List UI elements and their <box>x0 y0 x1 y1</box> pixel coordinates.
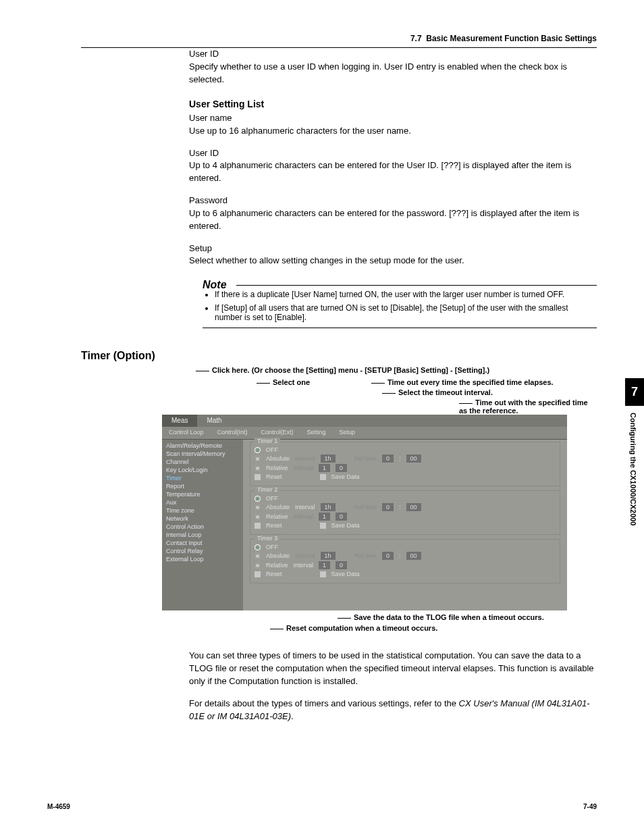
userid-text: Specify whether to use a user ID when lo… <box>189 61 597 86</box>
footer-left: M-4659 <box>47 803 70 810</box>
sb-timer[interactable]: Timer <box>162 474 243 482</box>
setup-text: Select whether to allow setting changes … <box>189 255 597 267</box>
rel-h-1[interactable]: 1 <box>319 464 330 472</box>
subtab-setting[interactable]: Setting <box>300 427 333 439</box>
timer-explain-2: For details about the types of timers an… <box>189 698 597 723</box>
chapter-title-vertical: Configuring the CX1000/CX2000 <box>625 406 641 533</box>
note-item-1: If there is a duplicate [User Name] turn… <box>215 290 597 299</box>
password-text: Up to 6 alphanumeric characters can be e… <box>189 207 597 233</box>
chk-save-2[interactable] <box>320 523 326 529</box>
radio-off-2[interactable] <box>254 496 261 502</box>
rel-m-2[interactable]: 0 <box>336 513 347 521</box>
sb-control-action[interactable]: Control Action <box>162 523 243 531</box>
username-label: User name <box>189 112 597 125</box>
sb-temperature[interactable]: Temperature <box>162 490 243 498</box>
sb-contact-input[interactable]: Contact Input <box>162 539 243 547</box>
username-text: Use up to 16 alphanumeric characters for… <box>189 125 597 138</box>
timer-group-1: Timer 1 OFF Absolute Interval1h Ref.time… <box>250 442 560 486</box>
chk-save-3[interactable] <box>320 571 326 577</box>
tab-meas[interactable]: Meas <box>162 415 197 427</box>
sb-channel[interactable]: Channel <box>162 458 243 466</box>
radio-off-1[interactable] <box>254 447 261 453</box>
ref-m-1[interactable]: 00 <box>406 454 421 463</box>
top-callouts: Click here. (Or choose the [Setting] men… <box>189 366 597 415</box>
radio-rel-2[interactable] <box>254 514 261 520</box>
userid2-text: Up to 4 alphanumeric characters can be e… <box>189 159 597 185</box>
ref-m-2[interactable]: 00 <box>406 503 421 511</box>
rel-h-2[interactable]: 1 <box>319 513 330 521</box>
sb-control-relay[interactable]: Control Relay <box>162 547 243 555</box>
footer-right: 7-49 <box>583 803 597 810</box>
app-screenshot: Meas Math Control Loop Control(Int) Cont… <box>162 415 567 610</box>
abs-interval-3[interactable]: 1h <box>321 552 336 560</box>
chk-reset-3[interactable] <box>254 571 261 577</box>
ref-h-1[interactable]: 0 <box>382 454 394 463</box>
ref-m-3[interactable]: 00 <box>406 552 421 560</box>
subtab-control-loop[interactable]: Control Loop <box>162 427 211 439</box>
setup-label: Setup <box>189 242 597 255</box>
rel-h-3[interactable]: 1 <box>319 561 330 569</box>
radio-rel-3[interactable] <box>254 563 261 569</box>
sb-aux[interactable]: Aux <box>162 498 243 506</box>
main-panel: Timer 1 OFF Absolute Interval1h Ref.time… <box>243 439 567 610</box>
radio-abs-3[interactable] <box>254 553 261 559</box>
bottom-callouts: Save the data to the TLOG file when a ti… <box>189 613 597 640</box>
sb-keylock[interactable]: Key Lock/Login <box>162 466 243 474</box>
subtab-control-int[interactable]: Control(Int) <box>211 427 254 439</box>
running-header: 7.7 Basic Measurement Function Basic Set… <box>81 34 597 48</box>
timer-section-heading: Timer (Option) <box>81 350 597 362</box>
rel-m-3[interactable]: 0 <box>336 561 347 569</box>
radio-off-3[interactable] <box>254 544 261 550</box>
sb-network[interactable]: Network <box>162 515 243 523</box>
radio-rel-1[interactable] <box>254 465 261 471</box>
ref-h-3[interactable]: 0 <box>382 552 394 560</box>
chk-save-1[interactable] <box>320 474 326 480</box>
sb-scan[interactable]: Scan Interval/Memory <box>162 450 243 458</box>
userid-label: User ID <box>189 48 597 61</box>
chapter-number: 7 <box>625 378 644 406</box>
password-label: Password <box>189 194 597 207</box>
subtab-setup[interactable]: Setup <box>333 427 363 439</box>
abs-interval-1[interactable]: 1h <box>321 454 336 463</box>
sb-external-loop[interactable]: External Loop <box>162 555 243 563</box>
abs-interval-2[interactable]: 1h <box>321 503 336 511</box>
chk-reset-2[interactable] <box>254 523 261 529</box>
note-title: Note <box>203 279 232 291</box>
ref-h-2[interactable]: 0 <box>382 503 394 511</box>
note-item-2: If [Setup] of all users that are turned … <box>215 303 597 322</box>
sb-alarm[interactable]: Alarm/Relay/Remote <box>162 442 243 450</box>
timer-group-2: Timer 2 OFF Absolute Interval1h Ref.time… <box>250 490 560 535</box>
radio-abs-1[interactable] <box>254 456 261 462</box>
timer-group-3: Timer 3 OFF Absolute Interval1h Ref.time… <box>250 539 560 583</box>
timer-explain-1: You can set three types of timers to be … <box>189 650 597 688</box>
userid2-label: User ID <box>189 147 597 160</box>
sb-report[interactable]: Report <box>162 482 243 490</box>
rel-m-1[interactable]: 0 <box>336 464 347 472</box>
sb-timezone[interactable]: Time zone <box>162 506 243 515</box>
sb-internal-loop[interactable]: Internal Loop <box>162 531 243 539</box>
side-tab: 7 Configuring the CX1000/CX2000 <box>625 378 644 554</box>
tab-math[interactable]: Math <box>197 415 231 427</box>
sidebar: Alarm/Relay/Remote Scan Interval/Memory … <box>162 439 243 610</box>
radio-abs-2[interactable] <box>254 504 261 511</box>
note-block: Note If there is a duplicate [User Name]… <box>203 280 597 328</box>
user-setting-list-heading: User Setting List <box>189 97 597 111</box>
chk-reset-1[interactable] <box>254 474 261 480</box>
